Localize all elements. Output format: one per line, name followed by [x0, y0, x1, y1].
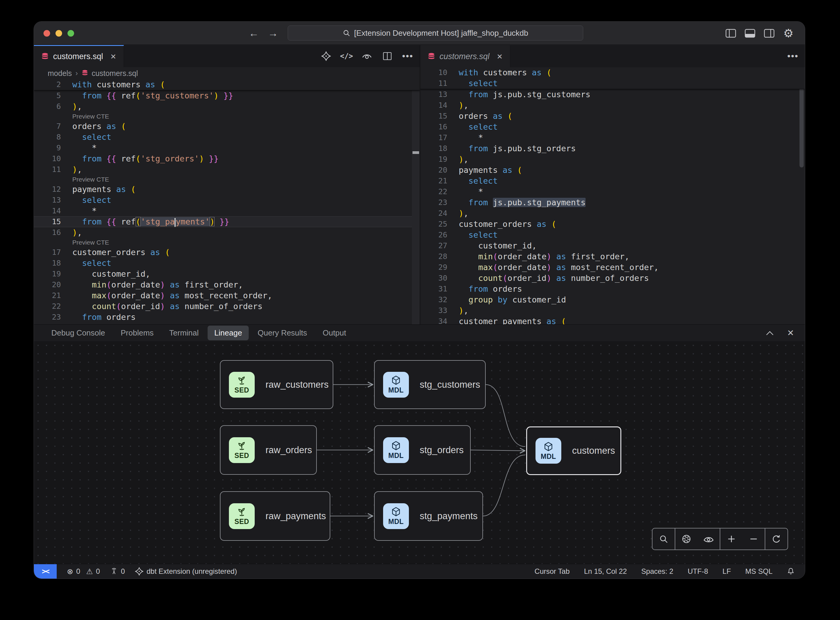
status-item-utf-8[interactable]: UTF-8	[688, 567, 708, 576]
close-tab-icon[interactable]: ✕	[497, 53, 503, 61]
breadcrumb[interactable]: models › customers.sql	[34, 67, 420, 79]
breadcrumb-folder[interactable]: models	[48, 69, 72, 78]
line-number[interactable]: 13	[34, 195, 69, 206]
line-number[interactable]: 2	[34, 79, 69, 90]
close-panel-icon[interactable]: ✕	[787, 328, 794, 338]
code-area-right[interactable]: 10with customers as (11 select 13 from j…	[420, 67, 805, 324]
line-number[interactable]: 15	[420, 111, 456, 122]
line-number[interactable]: 6	[34, 101, 69, 112]
code-line-9[interactable]: 9 *	[34, 143, 420, 153]
toggle-right-sidebar-icon[interactable]	[763, 28, 775, 38]
zoom-out-icon[interactable]	[742, 528, 765, 549]
minimize-window-button[interactable]	[56, 30, 62, 37]
line-number[interactable]: 26	[420, 230, 456, 240]
more-actions-icon[interactable]: •••	[787, 51, 798, 62]
panel-tab-debug-console[interactable]: Debug Console	[45, 326, 111, 340]
panel-tab-problems[interactable]: Problems	[114, 326, 160, 340]
line-number[interactable]: 28	[420, 251, 456, 262]
code-line-31[interactable]: 31 from orders	[420, 284, 805, 294]
line-number[interactable]: 24	[420, 208, 456, 219]
code-line-15[interactable]: 15 from {{ ref('stg_payments') }}	[34, 217, 420, 227]
codelens-preview-cte[interactable]: Preview CTE	[34, 175, 420, 184]
code-line-29[interactable]: 29 max(order_date) as most_recent_order,	[420, 262, 805, 273]
line-number[interactable]: 33	[420, 305, 456, 316]
panel-tab-output[interactable]: Output	[316, 326, 353, 340]
code-line-20[interactable]: 20 min(order_date) as first_order,	[34, 279, 420, 290]
line-number[interactable]: 9	[34, 143, 69, 153]
code-line-12[interactable]: 12payments as (	[34, 184, 420, 195]
lineage-node-raw_payments[interactable]: SEDraw_payments	[220, 491, 330, 541]
code-line-18[interactable]: 18 select	[34, 258, 420, 269]
line-number[interactable]: 10	[420, 67, 456, 78]
line-number[interactable]: 13	[420, 89, 456, 100]
show-compiled-code-icon[interactable]: </>	[341, 51, 352, 62]
forward-button[interactable]: →	[268, 27, 278, 39]
line-number[interactable]: 22	[420, 187, 456, 197]
settings-gear-icon[interactable]: ⚙	[783, 28, 794, 38]
toggle-left-sidebar-icon[interactable]	[725, 28, 736, 38]
line-number[interactable]: 18	[34, 258, 69, 269]
code-line-11[interactable]: 11),	[34, 164, 420, 175]
lineage-node-stg_payments[interactable]: MDLstg_payments	[374, 491, 483, 541]
line-number[interactable]: 29	[420, 262, 456, 273]
line-number[interactable]: 23	[34, 312, 69, 323]
code-line-26[interactable]: 26 select	[420, 230, 805, 240]
preview-eye-icon[interactable]	[362, 51, 372, 62]
remote-indicator[interactable]: ><	[34, 564, 57, 579]
lineage-canvas[interactable]: SEDraw_customersMDLstg_customersSEDraw_o…	[34, 341, 805, 564]
code-line-15[interactable]: 15orders as (	[420, 111, 805, 122]
line-number[interactable]: 20	[34, 279, 69, 290]
refresh-icon[interactable]	[765, 528, 787, 549]
line-number[interactable]: 19	[420, 154, 456, 165]
back-button[interactable]: ←	[249, 27, 259, 39]
line-number[interactable]: 16	[420, 122, 456, 132]
eye-icon[interactable]	[697, 528, 720, 549]
code-area-left[interactable]: 2with customers as ( 5 from {{ ref('stg_…	[34, 79, 420, 323]
code-line-10[interactable]: 10with customers as (	[420, 67, 805, 78]
code-line-5[interactable]: 5 from {{ ref('stg_customers') }}	[34, 90, 420, 101]
code-line-24[interactable]: 24),	[420, 208, 805, 219]
lineage-node-customers[interactable]: MDLcustomers	[526, 426, 621, 475]
line-number[interactable]: 14	[420, 100, 456, 111]
panel-tab-terminal[interactable]: Terminal	[162, 326, 205, 340]
zoom-in-icon[interactable]	[720, 528, 742, 549]
codelens-preview-cte[interactable]: Preview CTE	[34, 112, 420, 121]
line-number[interactable]: 10	[34, 153, 69, 164]
notifications-bell-icon[interactable]	[787, 567, 795, 576]
line-number[interactable]: 17	[420, 132, 456, 143]
code-line-27[interactable]: 27 customer_id,	[420, 240, 805, 251]
toggle-bottom-panel-icon[interactable]	[744, 28, 756, 38]
code-line-20[interactable]: 20payments as (	[420, 165, 805, 176]
line-number[interactable]: 15	[34, 217, 69, 227]
split-editor-icon[interactable]	[382, 51, 393, 62]
line-number[interactable]: 17	[34, 247, 69, 258]
line-number[interactable]: 19	[34, 269, 69, 279]
line-number[interactable]: 25	[420, 219, 456, 230]
line-number[interactable]: 23	[420, 197, 456, 208]
line-number[interactable]: 22	[34, 301, 69, 312]
line-number[interactable]: 21	[420, 176, 456, 187]
code-line-21[interactable]: 21 max(order_date) as most_recent_order,	[34, 290, 420, 301]
code-line-34[interactable]: 34customer_payments as (	[420, 316, 805, 324]
ports-status[interactable]: 0	[110, 567, 125, 576]
status-item-spaces-2[interactable]: Spaces: 2	[642, 567, 673, 576]
code-line-17[interactable]: 17customer_orders as (	[34, 247, 420, 258]
line-number[interactable]: 18	[420, 143, 456, 154]
command-center-search[interactable]: [Extension Development Host] jaffle_shop…	[288, 26, 583, 41]
line-number[interactable]: 16	[34, 227, 69, 238]
codelens-preview-cte[interactable]: Preview CTE	[34, 238, 420, 247]
maximize-panel-icon[interactable]	[766, 330, 774, 336]
code-line-14[interactable]: 14),	[420, 100, 805, 111]
code-line-23[interactable]: 23 from orders	[34, 312, 420, 323]
code-line-33[interactable]: 33),	[420, 305, 805, 316]
code-line-30[interactable]: 30 count(order_id) as number_of_orders	[420, 273, 805, 284]
line-number[interactable]: 11	[34, 164, 69, 175]
close-tab-icon[interactable]: ✕	[110, 53, 116, 61]
lineage-node-raw_orders[interactable]: SEDraw_orders	[220, 425, 317, 475]
line-number[interactable]: 11	[420, 78, 456, 89]
search-icon[interactable]	[652, 528, 675, 549]
tab-customers-sql-left[interactable]: customers.sql ✕	[34, 45, 124, 67]
line-number[interactable]: 21	[34, 290, 69, 301]
code-line-18[interactable]: 18 from js.pub.stg_orders	[420, 143, 805, 154]
code-line-16[interactable]: 16 select	[420, 122, 805, 132]
